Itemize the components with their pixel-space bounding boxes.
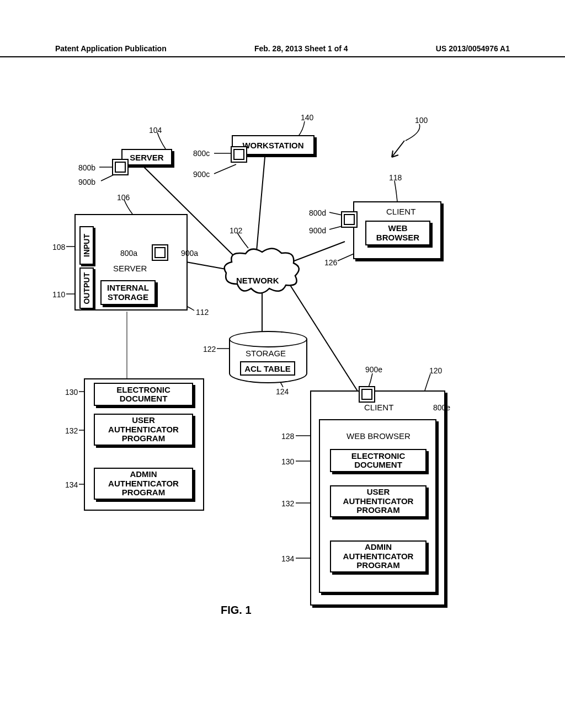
acl-table-box: ACL TABLE bbox=[240, 361, 295, 376]
client-120-label: CLIENT bbox=[364, 403, 393, 412]
ref-108: 108 bbox=[52, 243, 65, 251]
user-auth-right-label: USER AUTHENTICATOR PROGRAM bbox=[343, 488, 414, 515]
svg-line-1 bbox=[257, 157, 265, 251]
ref-128: 128 bbox=[281, 432, 294, 441]
storage-label: STORAGE bbox=[246, 349, 286, 358]
ref-132b: 132 bbox=[281, 499, 294, 508]
svg-line-16 bbox=[329, 226, 342, 229]
edoc-right-label: ELECTRONIC DOCUMENT bbox=[351, 452, 406, 470]
figure-1-diagram: WORKSTATION SERVER SERVER INPUT OUTPUT I… bbox=[55, 110, 510, 634]
network-cloud-icon bbox=[221, 245, 303, 301]
ref-800d: 800d bbox=[309, 208, 326, 217]
ref-900a: 900a bbox=[181, 249, 198, 258]
ref-800e: 800e bbox=[433, 403, 450, 412]
header-left: Patent Application Publication bbox=[55, 44, 167, 53]
ref-134: 134 bbox=[65, 480, 78, 489]
web-browser-128-label: WEB BROWSER bbox=[347, 431, 411, 441]
ref-110: 110 bbox=[52, 290, 65, 299]
ref-900b: 900b bbox=[78, 178, 95, 186]
client-118-port-inner bbox=[344, 214, 355, 225]
output-label: OUTPUT bbox=[81, 269, 92, 308]
page-header: Patent Application Publication Feb. 28, … bbox=[0, 44, 565, 57]
ref-132: 132 bbox=[65, 426, 78, 435]
user-auth-left-box: USER AUTHENTICATOR PROGRAM bbox=[94, 414, 193, 446]
server-104-box: SERVER bbox=[121, 149, 172, 165]
output-box: OUTPUT bbox=[79, 267, 94, 309]
server-106-port-inner bbox=[154, 247, 166, 258]
ref-130: 130 bbox=[65, 388, 78, 397]
header-center: Feb. 28, 2013 Sheet 1 of 4 bbox=[254, 44, 348, 53]
svg-line-15 bbox=[329, 212, 342, 215]
ref-900e: 900e bbox=[365, 365, 382, 374]
workstation-label: WORKSTATION bbox=[242, 141, 303, 150]
ref-100: 100 bbox=[415, 116, 428, 125]
user-auth-right-box: USER AUTHENTICATOR PROGRAM bbox=[330, 485, 427, 517]
ref-104: 104 bbox=[149, 126, 162, 135]
admin-auth-right-box: ADMIN AUTHENTICATOR PROGRAM bbox=[330, 540, 427, 572]
header-right: US 2013/0054976 A1 bbox=[436, 44, 510, 53]
ref-124: 124 bbox=[276, 387, 289, 396]
patent-page: Patent Application Publication Feb. 28, … bbox=[0, 0, 565, 728]
ref-140: 140 bbox=[301, 113, 313, 122]
input-box: INPUT bbox=[79, 226, 94, 265]
edoc-left-label: ELECTRONIC DOCUMENT bbox=[116, 386, 170, 404]
internal-storage-label: INTERNAL STORAGE bbox=[107, 283, 149, 302]
network-label: NETWORK bbox=[236, 276, 279, 285]
admin-auth-left-label: ADMIN AUTHENTICATOR PROGRAM bbox=[108, 470, 179, 497]
server-104-port-inner bbox=[115, 162, 126, 173]
ref-800b: 800b bbox=[78, 163, 95, 172]
ref-102: 102 bbox=[230, 226, 242, 235]
server-104-label: SERVER bbox=[130, 153, 163, 162]
ref-134b: 134 bbox=[281, 554, 294, 563]
svg-line-10 bbox=[214, 164, 236, 174]
internal-storage-box: INTERNAL STORAGE bbox=[100, 280, 156, 305]
edoc-right-box: ELECTRONIC DOCUMENT bbox=[330, 449, 427, 472]
web-browser-126-box: WEB BROWSER bbox=[365, 221, 430, 245]
server-106-label: SERVER bbox=[113, 264, 147, 273]
edoc-left-box: ELECTRONIC DOCUMENT bbox=[94, 383, 193, 406]
ref-800c: 800c bbox=[193, 149, 210, 158]
ref-900c: 900c bbox=[193, 170, 210, 179]
workstation-port-inner bbox=[233, 149, 244, 160]
ref-118: 118 bbox=[389, 173, 402, 182]
client-120-port-inner bbox=[361, 389, 372, 400]
ref-122: 122 bbox=[203, 345, 216, 354]
ref-800a: 800a bbox=[120, 249, 137, 258]
figure-caption: FIG. 1 bbox=[221, 604, 252, 617]
ref-900d: 900d bbox=[309, 226, 326, 235]
ref-112: 112 bbox=[196, 308, 209, 317]
web-browser-126-label: WEB BROWSER bbox=[376, 224, 419, 242]
admin-auth-right-label: ADMIN AUTHENTICATOR PROGRAM bbox=[343, 543, 414, 570]
acl-table-label: ACL TABLE bbox=[244, 364, 291, 373]
admin-auth-left-box: ADMIN AUTHENTICATOR PROGRAM bbox=[94, 468, 193, 500]
client-118-label: CLIENT bbox=[386, 207, 415, 216]
ref-106: 106 bbox=[117, 193, 130, 202]
ref-120: 120 bbox=[429, 366, 442, 375]
ref-126: 126 bbox=[324, 258, 337, 267]
user-auth-left-label: USER AUTHENTICATOR PROGRAM bbox=[108, 416, 179, 443]
ref-130b: 130 bbox=[281, 457, 294, 466]
storage-cylinder-top bbox=[229, 331, 307, 347]
input-label: INPUT bbox=[81, 231, 92, 260]
